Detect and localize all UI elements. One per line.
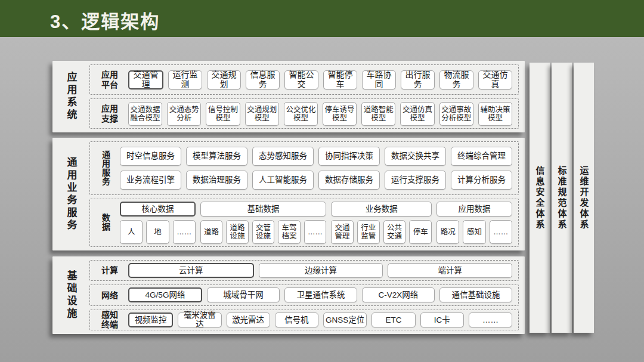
data-group-cells: 道路道路 设施交管 设施车驾 档案……: [200, 220, 326, 244]
app-platform-box: 智能停车: [323, 70, 357, 89]
row-label-app-support: 应用 支撑: [96, 104, 123, 124]
row-label-perception-terminal: 感知 终端: [96, 310, 123, 330]
layer-side-label-wrap: 通用业务服务: [52, 138, 89, 250]
app-support-box: 交通规划 模型: [245, 102, 279, 126]
app-support-box: 交通事故 分析模型: [439, 102, 473, 126]
perception-terminal-box: 毫米波雷达: [178, 313, 221, 327]
network-box: 城域骨干网: [207, 287, 280, 302]
row-compute: 计算 云计算边缘计算端计算: [89, 260, 519, 281]
layer-label-application-system: 应用系统: [64, 72, 79, 122]
app-support-box: 公交优化 模型: [284, 102, 318, 126]
pillar-label-operations-development: 运维开发体系: [578, 166, 590, 230]
perception-terminal-box: 视频监控: [128, 313, 173, 327]
common-service-box: 运行支撑服务: [385, 171, 446, 190]
perception-terminal-box: IC卡: [420, 313, 464, 327]
common-service-box: 计算分析服务: [451, 171, 512, 190]
common-service-box: 模型算法服务: [186, 147, 247, 166]
perception-terminal-box: 信号机: [275, 313, 318, 327]
data-cell: 道路: [200, 220, 222, 244]
common-service-box: 人工智能服务: [252, 171, 314, 190]
application-layer-body: 应用 平台 交通管理运行监测交通规划信息服务智能公交智能停车车路协同出行服务物流…: [89, 61, 525, 132]
app-support-box: 交通态势 分析: [167, 102, 201, 126]
data-cell: 行业 监管: [357, 220, 380, 244]
layer-common-business-services: 通用业务服务 通用服务 时空信息服务模型算法服务态势感知服务协同指挥决策数据交换…: [52, 138, 525, 250]
perception-terminal-box: 激光雷达: [227, 313, 270, 327]
data-group-header: 应用数据: [436, 202, 512, 216]
app-support-boxes: 交通数据 融合模型交通态势 分析信号控制 模型交通规划 模型公交优化 模型停车诱…: [128, 102, 512, 126]
layer-side-label-wrap: 基础设施: [52, 256, 89, 334]
data-cell: ……: [173, 220, 196, 244]
layer-side-label-wrap: 应用系统: [52, 61, 89, 132]
data-groups: 核心数据 人地…… 基础数据 道路道路 设施交管 设施车驾 档案…… 业务数据 …: [120, 201, 512, 245]
common-service-box: 时空信息服务: [120, 147, 181, 166]
row-label-app-platform: 应用 平台: [96, 70, 123, 90]
network-box: 通信基础设施: [439, 287, 512, 302]
app-support-box: 停车诱导 模型: [323, 102, 357, 126]
data-cell: 交管 设施: [252, 220, 274, 244]
perception-terminal-box: ETC: [371, 313, 415, 327]
data-group-header: 业务数据: [331, 202, 432, 216]
common-service-box: 数据交换共享: [385, 147, 446, 166]
data-cell: 道路 设施: [226, 220, 248, 244]
data-cell: 地: [146, 220, 169, 244]
perception-terminal-box: GNSS定位: [323, 313, 367, 327]
row-label-common-services: 通用服务: [100, 150, 112, 186]
app-support-box: 道路智能 模型: [361, 102, 395, 126]
network-box: 卫星通信系统: [284, 287, 357, 302]
app-platform-box: 交通规划: [207, 70, 241, 89]
service-layer-body: 通用服务 时空信息服务模型算法服务态势感知服务协同指挥决策数据交换共享终端综合管…: [89, 138, 525, 250]
app-support-box: 交通仿真 模型: [400, 102, 434, 126]
data-group-application: 应用数据 路况感知……: [436, 202, 512, 244]
row-data: 数据 核心数据 人地…… 基础数据 道路道路 设施交管 设施车驾 档案…… 业务…: [89, 199, 519, 247]
app-platform-box: 运行监测: [168, 70, 202, 89]
app-platform-box: 交通管理: [128, 70, 163, 89]
row-label-wrap: 数据: [96, 201, 115, 245]
data-group-business: 业务数据 交通 管理行业 监管公共 交通停车: [331, 202, 432, 244]
app-platform-box: 出行服务: [401, 70, 435, 89]
data-group-header: 核心数据: [120, 202, 196, 216]
app-platform-box: 信息服务: [246, 70, 280, 89]
app-platform-box: 智能公交: [284, 70, 318, 89]
data-cell: ……: [304, 220, 326, 244]
data-group-cells: 人地……: [120, 220, 196, 244]
app-support-box: 信号控制 模型: [206, 102, 240, 126]
layer-label-infrastructure: 基础设施: [64, 270, 79, 320]
pillar-operations-development: 运维开发体系: [574, 63, 594, 333]
perception-terminal-box: ……: [469, 313, 512, 327]
row-label-network: 网络: [96, 290, 123, 301]
row-perception-terminal: 感知 终端 视频监控毫米波雷达激光雷达信号机GNSS定位ETCIC卡……: [89, 310, 519, 330]
data-cell: 车驾 档案: [278, 220, 300, 244]
data-group-core: 核心数据 人地……: [120, 202, 196, 244]
infrastructure-layer-body: 计算 云计算边缘计算端计算 网络 4G/5G网络城域骨干网卫星通信系统C-V2X…: [89, 256, 525, 334]
common-service-box: 终端综合管理: [451, 147, 512, 166]
data-cell: 停车: [409, 220, 432, 244]
common-service-box: 数据治理服务: [186, 171, 247, 190]
row-label-wrap: 通用服务: [96, 144, 115, 193]
layer-label-common-business-services: 通用业务服务: [64, 157, 79, 232]
app-platform-box: 车路协同: [362, 70, 396, 89]
app-platform-boxes: 交通管理运行监测交通规划信息服务智能公交智能停车车路协同出行服务物流服务交通仿真: [128, 70, 512, 89]
perception-terminal-boxes: 视频监控毫米波雷达激光雷达信号机GNSS定位ETCIC卡……: [128, 313, 512, 327]
app-support-box: 交通数据 融合模型: [128, 102, 162, 126]
data-group-cells: 交通 管理行业 监管公共 交通停车: [331, 220, 432, 244]
data-cell: 交通 管理: [331, 220, 354, 244]
pillar-label-information-security: 信息安全体系: [534, 166, 546, 230]
compute-boxes: 云计算边缘计算端计算: [128, 263, 512, 278]
row-label-data: 数据: [100, 214, 112, 231]
data-cell: 路况: [436, 220, 459, 244]
layer-application-system: 应用系统 应用 平台 交通管理运行监测交通规划信息服务智能公交智能停车车路协同出…: [52, 61, 525, 132]
app-support-box: 辅助决策 模型: [478, 102, 512, 126]
compute-box: 云计算: [128, 263, 254, 278]
pillar-label-standards-specifications: 标准规范体系: [556, 166, 568, 230]
data-cell: ……: [490, 220, 512, 244]
network-boxes: 4G/5G网络城域骨干网卫星通信系统C-V2X网络通信基础设施: [128, 287, 512, 302]
layer-infrastructure: 基础设施 计算 云计算边缘计算端计算 网络 4G/5G网络城域骨干网卫星通信系统…: [52, 256, 525, 334]
header-bar: 3、逻辑架构: [0, 0, 644, 37]
common-service-box: 协同指挥决策: [318, 147, 380, 166]
common-service-box: 数据存储服务: [318, 171, 380, 190]
network-box: 4G/5G网络: [128, 287, 202, 302]
row-common-services: 通用服务 时空信息服务模型算法服务态势感知服务协同指挥决策数据交换共享终端综合管…: [89, 141, 519, 195]
network-box: C-V2X网络: [362, 287, 435, 302]
pillar-standards-specifications: 标准规范体系: [552, 63, 572, 333]
data-cell: 感知: [463, 220, 485, 244]
